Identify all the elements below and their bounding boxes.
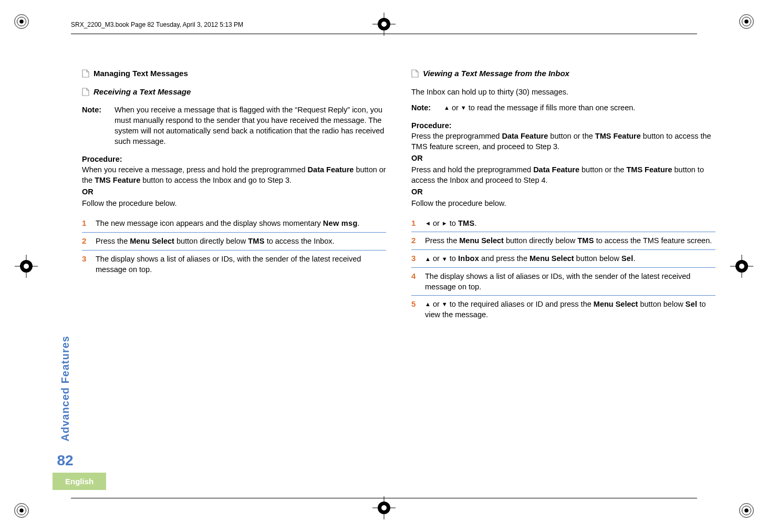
svg-point-11 (744, 508, 749, 513)
left-triangle-icon: ◄ (425, 221, 431, 226)
right-column: Viewing a Text Message from the Inbox Th… (411, 68, 715, 479)
svg-point-8 (19, 508, 24, 513)
intro-text: The Inbox can hold up to thirty (30) mes… (411, 87, 715, 97)
step-text: Press the Menu Select button directly be… (425, 235, 715, 246)
or-label: OR (411, 186, 715, 197)
note-block: Note: ▲ or ▼ to read the message if fill… (411, 102, 715, 113)
page-header: SRX_2200_M3.book Page 82 Tuesday, April … (71, 21, 243, 28)
crosshair-icon (372, 496, 396, 519)
procedure-text: When you receive a message, press and ho… (82, 164, 386, 185)
note-text: ▲ or ▼ to read the message if fills more… (444, 102, 715, 113)
procedure-text: Press the preprogrammed Data Feature but… (411, 131, 715, 152)
note-label: Note: (82, 105, 115, 147)
step-text: The display shows a list of aliases or I… (96, 254, 386, 275)
step-item: 3 ▲ or ▼ to Inbox and press the Menu Sel… (411, 250, 715, 268)
step-number: 3 (411, 253, 425, 264)
step-text: Press the Menu Select button directly be… (96, 236, 386, 247)
note-label: Note: (411, 102, 444, 113)
svg-point-19 (381, 505, 387, 510)
step-text: ▲ or ▼ to the required aliases or ID and… (425, 299, 715, 320)
right-triangle-icon: ► (442, 221, 448, 226)
step-item: 5 ▲ or ▼ to the required aliases or ID a… (411, 296, 715, 323)
down-triangle-icon: ▼ (442, 301, 448, 307)
step-number: 1 (82, 218, 96, 229)
section-label: Advanced Features (59, 336, 71, 442)
crosshair-icon (372, 13, 396, 36)
print-mark-icon (12, 12, 32, 32)
step-text: ▲ or ▼ to Inbox and press the Menu Selec… (425, 253, 715, 264)
section-heading: Managing Text Messages (94, 68, 188, 79)
procedure-heading: Procedure: (82, 154, 386, 164)
down-triangle-icon: ▼ (442, 256, 448, 262)
step-text: The display shows a list of aliases or I… (425, 271, 715, 292)
svg-point-15 (381, 22, 387, 27)
print-mark-icon (736, 500, 756, 520)
page-icon (82, 88, 89, 96)
note-block: Note: When you receive a message that is… (82, 105, 386, 147)
svg-point-27 (739, 264, 744, 269)
down-triangle-icon: ▼ (461, 105, 466, 111)
left-column: Managing Text Messages Receiving a Text … (82, 68, 386, 479)
subsection-heading: Viewing a Text Message from the Inbox (423, 68, 569, 79)
step-text: ◄ or ► to TMS. (425, 218, 715, 229)
page-icon (82, 69, 89, 78)
page-icon (411, 69, 419, 78)
print-mark-icon (12, 500, 32, 520)
procedure-text: Follow the procedure below. (82, 198, 386, 208)
or-label: OR (411, 153, 715, 163)
language-tab: English (53, 473, 106, 490)
procedure-heading: Procedure: (411, 120, 715, 131)
step-item: 2 Press the Menu Select button directly … (411, 232, 715, 250)
note-text: When you receive a message that is flagg… (115, 105, 386, 147)
subsection-heading: Receiving a Text Message (94, 87, 191, 98)
step-item: 1 The new message icon appears and the d… (82, 215, 386, 233)
step-item: 3 The display shows a list of aliases or… (82, 251, 386, 278)
up-triangle-icon: ▲ (425, 301, 431, 307)
step-number: 3 (82, 254, 96, 275)
step-item: 4 The display shows a list of aliases or… (411, 268, 715, 296)
page-number: 82 (57, 452, 73, 469)
procedure-text: Follow the procedure below. (411, 198, 715, 208)
step-number: 5 (411, 299, 425, 320)
crosshair-icon (15, 255, 38, 278)
step-number: 2 (411, 235, 425, 246)
procedure-text: Press and hold the preprogrammed Data Fe… (411, 164, 715, 185)
up-triangle-icon: ▲ (425, 256, 431, 262)
step-number: 2 (82, 236, 96, 247)
step-number: 1 (411, 218, 425, 229)
svg-point-2 (19, 19, 24, 24)
step-item: 1 ◄ or ► to TMS. (411, 215, 715, 233)
or-label: OR (82, 186, 386, 197)
svg-point-5 (744, 19, 749, 24)
step-text: The new message icon appears and the dis… (96, 218, 386, 229)
step-number: 4 (411, 271, 425, 292)
crosshair-icon (730, 255, 753, 278)
step-item: 2 Press the Menu Select button directly … (82, 233, 386, 251)
print-mark-icon (736, 12, 756, 32)
up-triangle-icon: ▲ (444, 105, 450, 111)
svg-point-23 (24, 264, 29, 269)
